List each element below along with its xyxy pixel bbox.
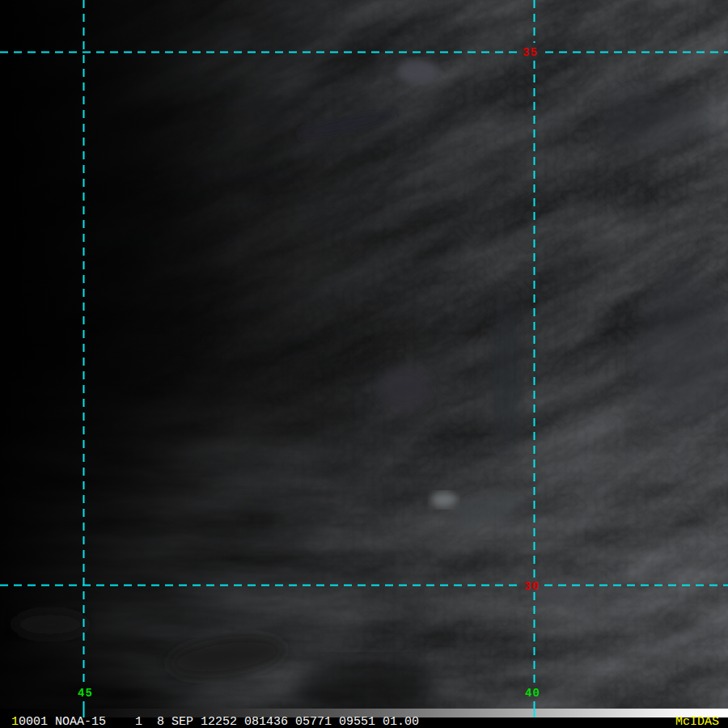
image-info-text: 0001 NOAA-15 1 8 SEP 12252 081436 05771 … — [19, 717, 419, 727]
satellite-image-canvas[interactable] — [0, 0, 728, 709]
mcidas-brand-label: McIDAS — [675, 717, 719, 727]
status-bar: 1 0001 NOAA-15 1 8 SEP 12252 081436 0577… — [0, 717, 728, 728]
left-dark-vignette — [0, 0, 243, 709]
mcidas-window: 35 30 45 40 1 0001 NOAA-15 1 8 SEP 12252… — [0, 0, 728, 728]
frame-number: 1 — [11, 717, 19, 727]
